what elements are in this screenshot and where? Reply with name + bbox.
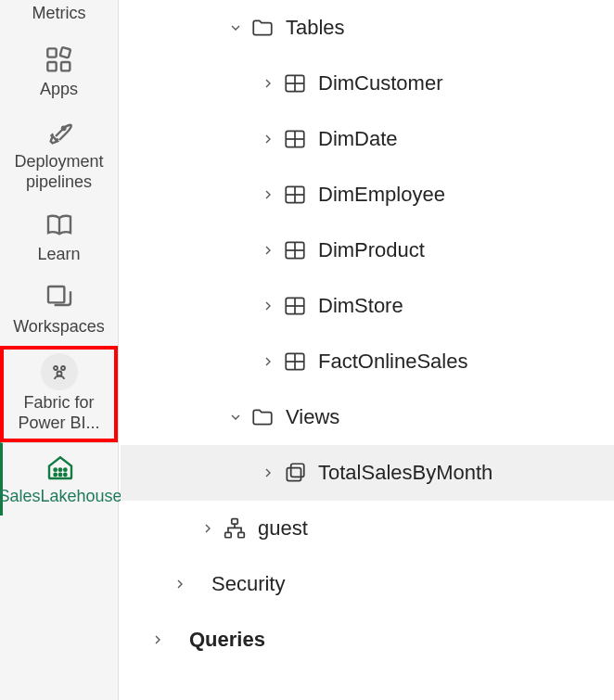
tree-label: Security xyxy=(202,572,285,596)
table-icon xyxy=(281,350,309,374)
chevron-right-icon[interactable] xyxy=(145,632,171,647)
chevron-right-icon[interactable] xyxy=(255,465,281,480)
chevron-right-icon[interactable] xyxy=(167,577,193,592)
table-icon xyxy=(281,183,309,207)
schema-icon xyxy=(221,516,249,541)
nav-item-apps[interactable]: Apps xyxy=(0,36,118,108)
tree-label: DimStore xyxy=(309,294,403,318)
table-icon xyxy=(281,238,309,262)
tree-node-security[interactable]: Security xyxy=(121,556,614,612)
svg-point-11 xyxy=(59,468,61,470)
tree-label: DimEmployee xyxy=(309,183,445,207)
svg-rect-38 xyxy=(238,532,245,537)
table-icon xyxy=(281,294,309,318)
svg-point-8 xyxy=(61,366,65,370)
lakehouse-icon xyxy=(44,451,77,484)
svg-point-12 xyxy=(64,468,66,470)
chevron-down-icon[interactable] xyxy=(223,20,249,35)
tree-node-table[interactable]: DimProduct xyxy=(121,223,614,278)
nav-item-metrics[interactable]: Metrics xyxy=(32,0,86,36)
svg-rect-37 xyxy=(225,532,232,537)
nav-item-deployment-pipelines[interactable]: Deployment pipelines xyxy=(0,108,118,201)
tree-label: DimProduct xyxy=(309,238,425,262)
folder-icon xyxy=(249,16,276,40)
tree-node-table[interactable]: DimDate xyxy=(121,111,614,167)
tree-label: Tables xyxy=(276,16,345,40)
nav-label: Learn xyxy=(37,244,80,264)
nav-item-learn[interactable]: Learn xyxy=(0,201,118,274)
tree-label: FactOnlineSales xyxy=(309,350,467,374)
nav-label: Deployment pipelines xyxy=(6,151,112,192)
nav-label: Apps xyxy=(40,79,78,99)
nav-label: Fabric for Power BI... xyxy=(6,392,112,433)
svg-rect-1 xyxy=(47,62,56,70)
book-icon xyxy=(43,209,76,242)
nav-item-fabric-for-power-bi[interactable]: Fabric for Power BI... xyxy=(0,346,118,442)
tree-label: DimCustomer xyxy=(309,71,442,95)
svg-point-13 xyxy=(54,474,56,476)
tree-node-table[interactable]: DimStore xyxy=(121,278,614,334)
tree-node-table[interactable]: DimEmployee xyxy=(121,167,614,223)
tree-node-table[interactable]: FactOnlineSales xyxy=(121,334,614,389)
rocket-icon xyxy=(43,116,76,149)
chevron-right-icon[interactable] xyxy=(255,354,281,369)
tree-node-queries[interactable]: Queries xyxy=(121,612,614,668)
tree-node-views[interactable]: Views xyxy=(121,389,614,445)
nav-label: SalesLakehouse xyxy=(0,486,122,506)
chevron-right-icon[interactable] xyxy=(255,299,281,313)
tree-node-table[interactable]: DimCustomer xyxy=(121,56,614,111)
nav-label: Workspaces xyxy=(13,316,105,337)
chevron-right-icon[interactable] xyxy=(195,521,221,536)
tree-node-schema-guest[interactable]: guest xyxy=(121,501,614,556)
chevron-right-icon[interactable] xyxy=(255,187,281,202)
table-icon xyxy=(281,71,309,95)
svg-rect-34 xyxy=(287,468,301,481)
chevron-right-icon[interactable] xyxy=(255,243,281,258)
svg-rect-0 xyxy=(47,48,56,57)
nav-item-workspaces[interactable]: Workspaces xyxy=(0,274,118,346)
tree-label: guest xyxy=(249,516,308,541)
tree-node-view[interactable]: TotalSalesByMonth xyxy=(121,445,614,501)
svg-point-10 xyxy=(54,468,56,470)
svg-rect-3 xyxy=(59,47,70,57)
svg-rect-35 xyxy=(291,464,304,477)
chevron-right-icon[interactable] xyxy=(255,76,281,91)
tree-label: Views xyxy=(276,405,339,429)
sidebar-nav: Metrics Apps Deployment pipelines xyxy=(0,0,119,700)
view-icon xyxy=(281,461,309,485)
folder-icon xyxy=(249,405,276,429)
svg-rect-6 xyxy=(48,286,64,302)
svg-rect-36 xyxy=(232,519,238,524)
apps-icon xyxy=(43,44,76,77)
people-icon xyxy=(41,353,78,390)
svg-point-14 xyxy=(59,474,61,476)
tree-node-tables[interactable]: Tables xyxy=(121,0,614,56)
nav-item-saleslakehouse[interactable]: SalesLakehouse xyxy=(0,442,118,515)
table-icon xyxy=(281,127,309,151)
tree-label: Queries xyxy=(180,628,265,652)
tree-label: DimDate xyxy=(309,127,398,151)
object-explorer-tree: Tables DimCustomer DimDate DimEmployee xyxy=(121,0,614,700)
chevron-down-icon[interactable] xyxy=(223,410,249,425)
workspaces-icon xyxy=(43,281,76,314)
svg-point-7 xyxy=(54,366,58,370)
tree-label: TotalSalesByMonth xyxy=(309,461,492,485)
svg-rect-2 xyxy=(61,62,70,70)
chevron-right-icon[interactable] xyxy=(255,132,281,146)
svg-point-15 xyxy=(64,474,66,476)
